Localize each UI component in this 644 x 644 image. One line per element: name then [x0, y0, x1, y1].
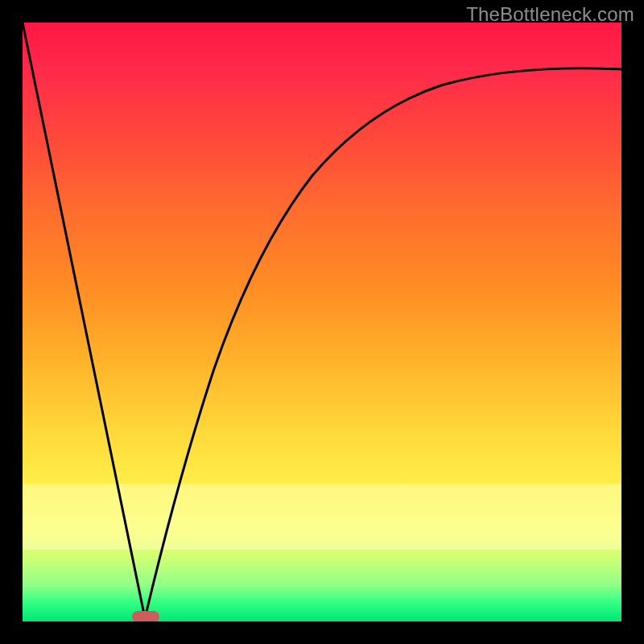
plot-area	[23, 23, 621, 621]
curve-right-segment	[145, 68, 621, 618]
curve-left-segment	[23, 23, 145, 618]
optimal-point-marker	[132, 611, 159, 621]
chart-frame: TheBottleneck.com	[0, 0, 644, 644]
watermark-text: TheBottleneck.com	[466, 3, 634, 26]
bottleneck-curve	[23, 23, 621, 621]
